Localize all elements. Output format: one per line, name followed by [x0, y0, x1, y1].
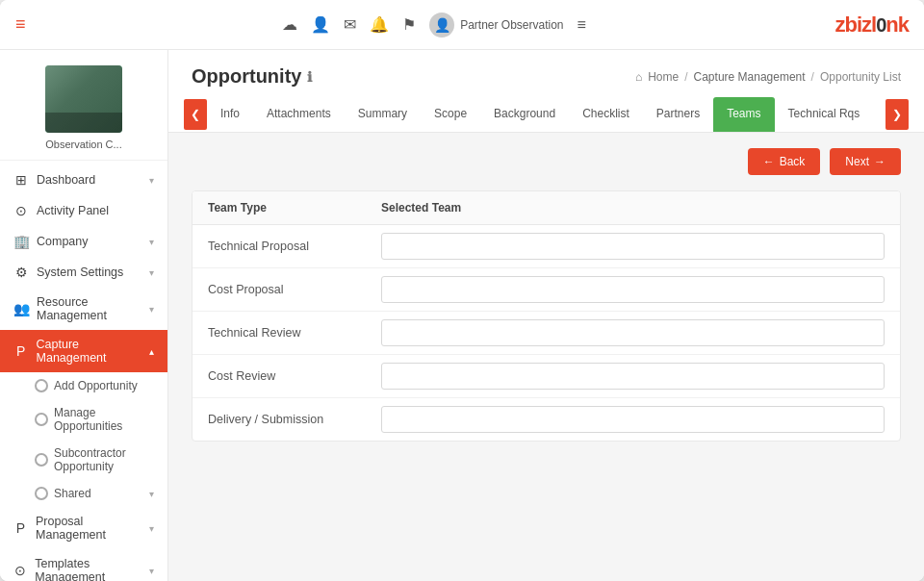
logo-area: zbizl0nk [835, 13, 909, 38]
avatar: 👤 [429, 13, 454, 38]
chevron-down-icon: ▾ [149, 304, 154, 315]
dot-icon [35, 453, 48, 467]
proposal-icon: P [13, 520, 28, 536]
breadcrumb: ⌂ Home / Capture Management / Opportunit… [635, 70, 901, 84]
dashboard-icon: ⊞ [13, 172, 29, 188]
chevron-down-icon: ▾ [149, 566, 154, 576]
cost-proposal-label: Cost Proposal [208, 283, 381, 296]
topbar-left: ≡ [15, 14, 34, 35]
tab-left-arrow[interactable]: ❮ [184, 99, 207, 130]
cost-review-input[interactable] [381, 363, 885, 390]
delivery-submission-input[interactable] [381, 406, 885, 433]
teams-header: Team Type Selected Team [192, 191, 900, 225]
cost-review-label: Cost Review [208, 369, 381, 383]
main-layout: Observation C... ⊞ Dashboard ▾ ⊙ Activit… [0, 50, 924, 581]
profile-name: Observation C... [45, 139, 121, 150]
sidebar-item-subcontractor-opportunity[interactable]: Subcontractor Opportunity [0, 440, 167, 480]
content-header: Opportunity ℹ ⌂ Home / Capture Managemen… [168, 50, 924, 97]
profile-image [45, 65, 122, 133]
technical-proposal-input[interactable] [381, 233, 885, 260]
action-bar: ← Back Next → [192, 148, 901, 175]
tab-summary[interactable]: Summary [345, 97, 421, 132]
breadcrumb-capture-management[interactable]: Capture Management [694, 70, 806, 84]
tab-partners[interactable]: Partners [643, 97, 713, 132]
sidebar-item-resource-management[interactable]: 👥 Resource Management ▾ [0, 288, 167, 330]
settings-icon: ⚙ [13, 265, 29, 280]
col-selected-team-header: Selected Team [381, 201, 885, 215]
chevron-down-icon: ▾ [149, 267, 154, 278]
sidebar-item-system-settings[interactable]: ⚙ System Settings ▾ [0, 257, 167, 288]
dot-icon [35, 487, 48, 500]
breadcrumb-current: Opportunity List [820, 70, 901, 84]
sidebar-item-capture-management[interactable]: P Capture Management ▴ [0, 330, 167, 372]
sidebar-profile: Observation C... [0, 50, 167, 161]
bell-icon[interactable]: 🔔 [370, 15, 389, 34]
flag-icon[interactable]: ⚑ [402, 15, 416, 34]
technical-review-input[interactable] [381, 319, 885, 346]
tab-attachments[interactable]: Attachments [253, 97, 345, 132]
table-row: Cost Proposal [192, 268, 900, 312]
breadcrumb-home[interactable]: Home [648, 70, 679, 84]
next-button[interactable]: Next → [830, 148, 901, 175]
cost-proposal-input[interactable] [381, 276, 885, 303]
tab-right-arrow[interactable]: ❯ [886, 99, 909, 130]
technical-proposal-label: Technical Proposal [208, 240, 381, 253]
tab-info[interactable]: Info [207, 97, 253, 132]
envelope-icon[interactable]: ✉ [344, 15, 356, 34]
tabs-container: ❮ Info Attachments Summary Scope Backgro… [168, 97, 924, 133]
tab-checklist[interactable]: Checklist [569, 97, 643, 132]
dot-icon [35, 379, 48, 392]
activity-icon: ⊙ [13, 203, 29, 218]
cloud-upload-icon[interactable]: ☁ [282, 15, 297, 34]
sidebar-item-dashboard[interactable]: ⊞ Dashboard ▾ [0, 164, 167, 195]
templates-icon: ⊙ [13, 563, 27, 578]
table-row: Technical Proposal [192, 225, 900, 268]
info-icon[interactable]: ℹ [307, 69, 312, 85]
breadcrumb-sep: / [684, 70, 687, 84]
sidebar-item-add-opportunity[interactable]: Add Opportunity [0, 372, 167, 399]
chevron-down-icon: ▾ [149, 489, 154, 499]
app-logo: zbizl0nk [835, 13, 909, 38]
sidebar-item-activity-panel[interactable]: ⊙ Activity Panel [0, 195, 167, 226]
tab-background[interactable]: Background [480, 97, 569, 132]
technical-review-label: Technical Review [208, 326, 381, 340]
tab-scope[interactable]: Scope [421, 97, 480, 132]
next-arrow-icon: → [874, 155, 886, 168]
chevron-down-icon: ▾ [149, 175, 154, 186]
partner-label: Partner Observation [460, 18, 563, 32]
content-area: Opportunity ℹ ⌂ Home / Capture Managemen… [168, 50, 924, 581]
form-content: ← Back Next → Team Type Selected Team Te… [168, 133, 924, 457]
dot-icon [35, 413, 48, 426]
teams-table: Team Type Selected Team Technical Propos… [192, 190, 901, 442]
home-icon: ⌂ [635, 70, 642, 84]
capture-icon: P [13, 343, 29, 359]
hamburger-icon[interactable]: ≡ [15, 14, 26, 35]
company-icon: 🏢 [13, 234, 29, 249]
chevron-up-icon: ▴ [149, 346, 154, 357]
back-button[interactable]: ← Back [748, 148, 821, 175]
delivery-submission-label: Delivery / Submission [208, 413, 381, 426]
tabs-list: Info Attachments Summary Scope Backgroun… [207, 97, 886, 132]
partner-observation[interactable]: 👤 Partner Observation [429, 13, 563, 38]
chevron-down-icon: ▾ [149, 523, 154, 534]
resource-icon: 👥 [13, 301, 29, 316]
table-row: Delivery / Submission [192, 398, 900, 441]
topbar: ≡ ☁ 👤 ✉ 🔔 ⚑ 👤 Partner Observation ≡ zbiz… [0, 0, 924, 50]
chevron-down-icon: ▾ [149, 237, 154, 247]
col-team-type-header: Team Type [208, 201, 381, 215]
sidebar-item-templates-management[interactable]: ⊙ Templates Management ▾ [0, 549, 167, 581]
back-arrow-icon: ← [763, 155, 775, 168]
sidebar: Observation C... ⊞ Dashboard ▾ ⊙ Activit… [0, 50, 168, 581]
tab-technical-rqs[interactable]: Technical Rqs [775, 97, 874, 132]
list-icon[interactable]: ≡ [578, 16, 586, 34]
sidebar-item-shared[interactable]: Shared ▾ [0, 480, 167, 507]
user-add-icon[interactable]: 👤 [311, 15, 330, 34]
page-title: Opportunity ℹ [192, 65, 312, 88]
tab-proposal-rqs[interactable]: Proposal Rqs [873, 97, 886, 132]
sidebar-item-proposal-management[interactable]: P Proposal Management ▾ [0, 507, 167, 549]
topbar-icons: ☁ 👤 ✉ 🔔 ⚑ 👤 Partner Observation ≡ [282, 13, 586, 38]
sidebar-item-company[interactable]: 🏢 Company ▾ [0, 226, 167, 257]
sidebar-item-manage-opportunities[interactable]: Manage Opportunities [0, 399, 167, 440]
breadcrumb-sep2: / [811, 70, 814, 84]
tab-teams[interactable]: Teams [713, 97, 774, 132]
